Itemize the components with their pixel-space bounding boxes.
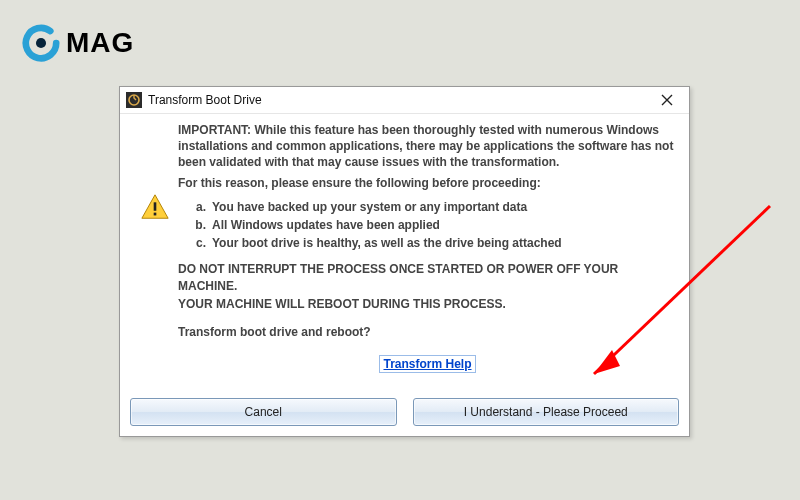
- brand-logo-text: MAG: [66, 27, 134, 59]
- transform-boot-drive-dialog: Transform Boot Drive IMPORTANT: While th…: [119, 86, 690, 437]
- brand-logo: MAG: [22, 24, 134, 62]
- titlebar: Transform Boot Drive: [120, 87, 689, 114]
- bullet-marker: a.: [192, 199, 206, 215]
- dialog-ensure-text: For this reason, please ensure the follo…: [178, 175, 677, 191]
- close-icon: [661, 94, 673, 106]
- close-button[interactable]: [651, 89, 683, 111]
- bullet-marker: b.: [192, 217, 206, 233]
- do-not-interrupt-2: YOUR MACHINE WILL REBOOT DURING THIS PRO…: [178, 296, 677, 312]
- confirm-question: Transform boot drive and reboot?: [178, 324, 677, 340]
- app-icon: [126, 92, 142, 108]
- proceed-button[interactable]: I Understand - Please Proceed: [413, 398, 680, 426]
- bullet-c: Your boot drive is healthy, as well as t…: [212, 235, 562, 251]
- svg-point-0: [36, 38, 46, 48]
- svg-rect-3: [154, 202, 157, 210]
- bullet-marker: c.: [192, 235, 206, 251]
- bullet-b: All Windows updates have been applied: [212, 217, 440, 233]
- cancel-button[interactable]: Cancel: [130, 398, 397, 426]
- bullet-a: You have backed up your system or any im…: [212, 199, 527, 215]
- warning-icon: [140, 192, 170, 222]
- svg-rect-4: [154, 213, 157, 216]
- dialog-title: Transform Boot Drive: [148, 93, 651, 107]
- transform-help-link[interactable]: Transform Help: [379, 355, 475, 373]
- brand-logo-icon: [22, 24, 60, 62]
- do-not-interrupt-1: DO NOT INTERRUPT THE PROCESS ONCE STARTE…: [178, 261, 677, 293]
- dialog-important-text: IMPORTANT: While this feature has been t…: [178, 122, 677, 171]
